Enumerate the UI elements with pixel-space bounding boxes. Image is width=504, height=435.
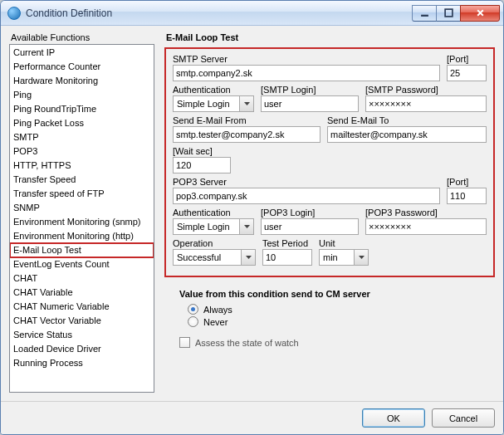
list-item[interactable]: CHAT Variable	[10, 286, 154, 300]
dialog-window: Condition Definition Available Functions…	[0, 0, 504, 435]
available-functions-list[interactable]: Current IPPerformance CounterHardware Mo…	[9, 44, 154, 393]
smtp-server-input[interactable]	[173, 65, 440, 81]
maximize-button[interactable]	[436, 5, 461, 22]
pop3-auth-label: Authentication	[173, 208, 254, 218]
list-item[interactable]: Ping Packet Loss	[10, 116, 154, 130]
smtp-login-label: [SMTP Login]	[261, 85, 359, 95]
send-to-label: Send E-Mail To	[327, 115, 487, 125]
list-item[interactable]: Service Status	[10, 328, 154, 342]
smtp-auth-label: Authentication	[173, 85, 254, 95]
pop3-auth-value: Simple Login	[177, 222, 230, 232]
send-to-server-group: Value from this condition send to CM ser…	[164, 289, 495, 348]
list-item[interactable]: SNMP	[10, 201, 154, 215]
test-period-input[interactable]	[262, 249, 312, 266]
app-icon	[7, 7, 21, 20]
window-title: Condition Definition	[26, 7, 413, 19]
chevron-down-icon	[239, 96, 253, 111]
unit-value: min	[323, 252, 338, 262]
send-from-input[interactable]	[173, 126, 321, 143]
smtp-port-label: [Port]	[447, 54, 487, 64]
smtp-port-input[interactable]	[447, 65, 487, 81]
smtp-server-label: SMTP Server	[173, 54, 440, 64]
send-to-input[interactable]	[327, 126, 487, 143]
list-item[interactable]: Ping RoundTripTime	[10, 102, 154, 116]
operation-combo[interactable]: Successful	[173, 249, 256, 266]
operation-label: Operation	[173, 238, 256, 248]
wait-sec-label: [Wait sec]	[173, 146, 231, 156]
pop3-login-label: [POP3 Login]	[261, 208, 359, 218]
ok-button[interactable]: OK	[362, 408, 425, 428]
pop3-port-label: [Port]	[447, 177, 487, 187]
radio-never-row[interactable]: Never	[188, 316, 488, 327]
radio-never[interactable]	[188, 316, 198, 327]
pop3-password-label: [POP3 Password]	[365, 208, 487, 218]
list-item[interactable]: Environment Monitoring (http)	[10, 229, 154, 243]
chevron-down-icon	[241, 250, 255, 265]
cancel-button[interactable]: Cancel	[432, 408, 495, 428]
left-panel: Available Functions Current IPPerformanc…	[9, 32, 154, 393]
list-item[interactable]: EventLog Events Count	[10, 257, 154, 271]
svg-rect-1	[445, 9, 453, 17]
list-item[interactable]: Ping	[10, 88, 154, 102]
unit-label: Unit	[319, 238, 369, 248]
right-panel: E-Mail Loop Test SMTP Server [Port] Auth…	[164, 32, 495, 393]
list-item[interactable]: CHAT	[10, 271, 154, 286]
chevron-down-icon	[354, 250, 368, 265]
test-period-label: Test Period	[262, 238, 312, 248]
smtp-auth-combo[interactable]: Simple Login	[173, 95, 254, 112]
radio-always[interactable]	[188, 304, 198, 315]
radio-always-row[interactable]: Always	[188, 304, 488, 315]
list-item[interactable]: CHAT Vector Variable	[10, 314, 154, 328]
titlebar: Condition Definition	[1, 1, 503, 26]
settings-group: SMTP Server [Port] Authentication Simple…	[164, 47, 495, 277]
minimize-button[interactable]	[412, 5, 437, 22]
available-functions-label: Available Functions	[11, 32, 154, 42]
send-to-server-title: Value from this condition send to CM ser…	[179, 289, 488, 299]
panel-title: E-Mail Loop Test	[166, 32, 495, 42]
smtp-login-input[interactable]	[261, 95, 359, 112]
smtp-password-input[interactable]	[365, 95, 487, 112]
send-from-label: Send E-Mail From	[173, 115, 321, 125]
list-item[interactable]: Running Process	[10, 356, 154, 370]
assess-label: Assess the state of watch	[195, 338, 299, 348]
pop3-auth-combo[interactable]: Simple Login	[173, 218, 254, 235]
dialog-body: Available Functions Current IPPerformanc…	[1, 26, 503, 401]
list-item[interactable]: E-Mail Loop Test	[10, 243, 154, 257]
smtp-auth-value: Simple Login	[177, 99, 230, 109]
list-item[interactable]: Transfer speed of FTP	[10, 187, 154, 201]
list-item[interactable]: Transfer Speed	[10, 173, 154, 187]
assess-row[interactable]: Assess the state of watch	[179, 337, 488, 348]
close-button[interactable]	[460, 5, 500, 22]
window-buttons	[413, 5, 500, 22]
radio-always-label: Always	[203, 305, 232, 315]
smtp-password-label: [SMTP Password]	[365, 85, 487, 95]
list-item[interactable]: Loaded Device Driver	[10, 342, 154, 356]
pop3-server-input[interactable]	[173, 188, 440, 204]
list-item[interactable]: Current IP	[10, 46, 154, 60]
pop3-port-input[interactable]	[447, 188, 487, 204]
radio-never-label: Never	[203, 317, 228, 327]
list-item[interactable]: CHAT Numeric Variable	[10, 300, 154, 314]
list-item[interactable]: POP3	[10, 144, 154, 159]
wait-sec-input[interactable]	[173, 157, 231, 174]
list-item[interactable]: Environment Monitoring (snmp)	[10, 215, 154, 229]
list-item[interactable]: SMTP	[10, 130, 154, 144]
pop3-password-input[interactable]	[365, 218, 487, 235]
list-item[interactable]: HTTP, HTTPS	[10, 159, 154, 173]
assess-checkbox[interactable]	[179, 337, 190, 348]
unit-combo[interactable]: min	[319, 249, 369, 266]
dialog-footer: OK Cancel	[1, 401, 503, 434]
list-item[interactable]: Performance Counter	[10, 60, 154, 74]
chevron-down-icon	[239, 219, 253, 234]
operation-value: Successful	[177, 252, 221, 262]
pop3-login-input[interactable]	[261, 218, 359, 235]
svg-rect-0	[421, 15, 428, 17]
pop3-server-label: POP3 Server	[173, 177, 440, 187]
list-item[interactable]: Hardware Monitoring	[10, 74, 154, 88]
